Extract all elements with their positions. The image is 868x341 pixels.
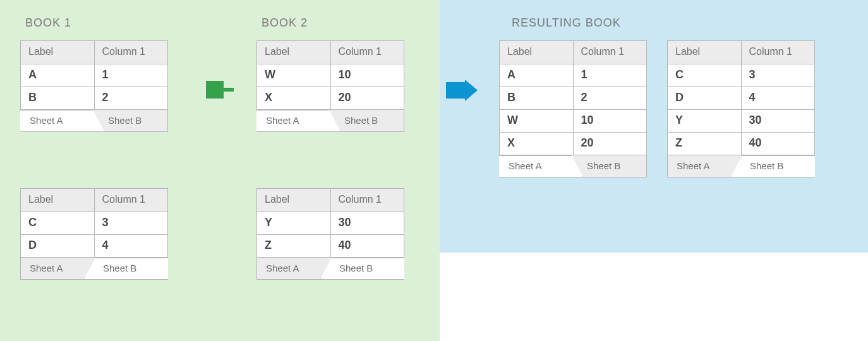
cell-label: A — [21, 64, 95, 87]
workbook-result-sheet-b: Label Column 1 C 3 D 4 Y 30 Z 40 Sheet A… — [667, 40, 815, 177]
tab-label: Sheet B — [103, 115, 142, 126]
tab-label: Sheet B — [103, 263, 136, 273]
tab-label: Sheet A — [677, 160, 710, 171]
sheet-tabs: Sheet A Sheet B — [257, 258, 404, 279]
cell-value: 2 — [574, 87, 647, 110]
tab-label: Sheet A — [509, 160, 542, 171]
workbook-result-sheet-a: Label Column 1 A 1 B 2 W 10 X 20 Sheet A… — [499, 40, 647, 177]
table-row: Z 40 — [668, 133, 814, 155]
sheet-tabs: Sheet A Sheet B — [668, 155, 814, 177]
workbook-book1-sheet-a: Label Column 1 A 1 B 2 Sheet A Sheet B — [20, 40, 168, 132]
table-row: C 3 — [668, 64, 814, 87]
table-row: D 4 — [21, 235, 167, 258]
table-row: Y 30 — [257, 212, 404, 235]
table-row: W 10 — [500, 110, 646, 133]
sheet-tabs: Sheet A Sheet B — [21, 258, 167, 279]
col-header-col1: Column 1 — [95, 41, 168, 64]
tab-sheet-b[interactable]: Sheet B — [94, 258, 167, 279]
table-row: X 20 — [500, 133, 646, 155]
tab-label: Sheet B — [339, 115, 378, 126]
cell-value: 4 — [742, 87, 815, 110]
cell-value: 3 — [95, 212, 168, 235]
tab-sheet-a[interactable]: Sheet A — [668, 155, 741, 177]
arrow-right-icon — [446, 80, 478, 101]
col-header-label: Label — [21, 41, 95, 64]
cell-label: Z — [668, 133, 742, 155]
col-header-label: Label — [257, 189, 331, 212]
cell-value: 40 — [331, 235, 404, 258]
cell-label: D — [668, 87, 742, 110]
col-header-col1: Column 1 — [95, 189, 168, 212]
cell-value: 1 — [574, 64, 647, 87]
table-row: Z 40 — [257, 235, 404, 258]
tab-label: Sheet B — [582, 160, 620, 171]
cell-value: 30 — [331, 212, 404, 235]
tab-label: Sheet B — [750, 160, 783, 171]
col-header-label: Label — [21, 189, 95, 212]
table-row: C 3 — [21, 212, 167, 235]
tab-label: Sheet B — [339, 263, 373, 273]
cell-label: C — [21, 212, 95, 235]
cell-value: 2 — [95, 87, 168, 110]
col-header-col1: Column 1 — [331, 41, 404, 64]
cell-label: A — [500, 64, 574, 87]
sheet-tabs: Sheet A Sheet B — [500, 155, 646, 177]
sheet-tabs: Sheet A Sheet B — [21, 110, 167, 131]
cell-value: 10 — [331, 64, 404, 87]
tab-sheet-b[interactable]: Sheet B — [573, 155, 646, 177]
cell-label: W — [500, 110, 574, 133]
col-header-label: Label — [257, 41, 331, 64]
svg-marker-0 — [446, 80, 478, 101]
combine-icon — [206, 81, 234, 101]
col-header-col1: Column 1 — [742, 41, 815, 64]
title-book2: BOOK 2 — [262, 16, 308, 30]
tab-sheet-a[interactable]: Sheet A — [257, 110, 330, 131]
cell-value: 20 — [574, 133, 647, 155]
tab-label: Sheet A — [266, 263, 299, 273]
table-row: A 1 — [21, 64, 167, 87]
tab-sheet-b[interactable]: Sheet B — [330, 258, 404, 279]
cell-value: 10 — [574, 110, 647, 133]
cell-label: C — [668, 64, 742, 87]
table-row: A 1 — [500, 64, 646, 87]
workbook-book2-sheet-a: Label Column 1 W 10 X 20 Sheet A Sheet B — [256, 40, 404, 132]
cell-value: 20 — [331, 87, 404, 110]
table-row: B 2 — [500, 87, 646, 110]
col-header-col1: Column 1 — [574, 41, 647, 64]
cell-value: 1 — [95, 64, 168, 87]
tab-sheet-b[interactable]: Sheet B — [741, 155, 814, 177]
cell-value: 40 — [742, 133, 815, 155]
tab-sheet-a[interactable]: Sheet A — [257, 258, 330, 279]
cell-label: D — [21, 235, 95, 258]
workbook-book1-sheet-b: Label Column 1 C 3 D 4 Sheet A Sheet B — [20, 188, 168, 280]
table-row: X 20 — [257, 87, 404, 110]
cell-label: X — [500, 133, 574, 155]
cell-label: X — [257, 87, 331, 110]
title-result: RESULTING BOOK — [512, 16, 621, 30]
table-row: D 4 — [668, 87, 814, 110]
cell-label: Y — [668, 110, 742, 133]
cell-value: 30 — [742, 110, 815, 133]
tab-label: Sheet A — [30, 115, 63, 126]
sheet-tabs: Sheet A Sheet B — [257, 110, 404, 131]
tab-sheet-b[interactable]: Sheet B — [330, 110, 404, 131]
tab-sheet-a[interactable]: Sheet A — [21, 110, 94, 131]
cell-label: B — [21, 87, 95, 110]
tab-sheet-a[interactable]: Sheet A — [500, 155, 573, 177]
col-header-label: Label — [668, 41, 742, 64]
cell-label: Z — [257, 235, 331, 258]
tab-sheet-a[interactable]: Sheet A — [21, 258, 94, 279]
table-row: B 2 — [21, 87, 167, 110]
title-book1: BOOK 1 — [25, 16, 71, 30]
workbook-book2-sheet-b: Label Column 1 Y 30 Z 40 Sheet A Sheet B — [256, 188, 404, 280]
table-row: W 10 — [257, 64, 404, 87]
cell-label: B — [500, 87, 574, 110]
cell-value: 3 — [742, 64, 815, 87]
cell-value: 4 — [95, 235, 168, 258]
table-row: Y 30 — [668, 110, 814, 133]
cell-label: Y — [257, 212, 331, 235]
tab-label: Sheet A — [266, 115, 299, 126]
col-header-label: Label — [500, 41, 574, 64]
col-header-col1: Column 1 — [331, 189, 404, 212]
tab-sheet-b[interactable]: Sheet B — [94, 110, 167, 131]
